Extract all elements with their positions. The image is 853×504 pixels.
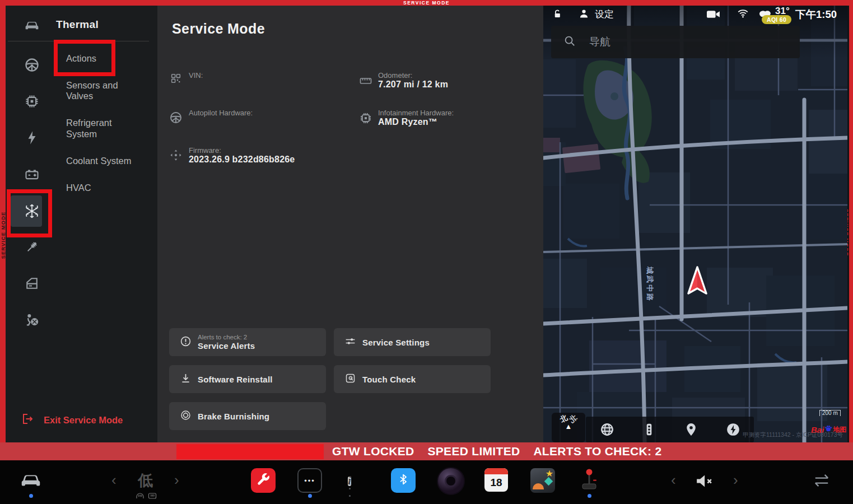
alert-bar-highlight-block <box>176 444 324 459</box>
chip-icon <box>24 94 40 109</box>
gtw-locked-label: GTW LOCKED <box>332 445 414 458</box>
infotainment-chip-icon <box>359 111 372 125</box>
search-placeholder: 导航 <box>589 35 610 49</box>
map-license-text: 甲测资字11111342 - 京ICP证030173号 <box>711 431 843 439</box>
wrench-icon <box>256 472 271 489</box>
arcade-theater-button[interactable]: ★ <box>530 468 555 493</box>
shock-absorber-icon <box>24 239 40 255</box>
bluetooth-button[interactable] <box>391 468 416 493</box>
odometer-icon <box>359 74 372 87</box>
chevron-left-icon[interactable]: ‹ <box>111 473 116 487</box>
calendar-day: 18 <box>484 474 508 491</box>
release-notes-button[interactable]: i <box>348 469 351 492</box>
unlocked-lock-icon[interactable] <box>552 9 563 20</box>
ellipsis-icon: ••• <box>304 477 315 485</box>
calendar-header <box>484 468 508 474</box>
thermal-menu: Actions Sensors and Valves Refrigerant S… <box>66 53 157 209</box>
range-low-label[interactable]: 低 <box>138 470 153 491</box>
car-icon <box>20 480 42 490</box>
brake-burnishing-label: Brake Burnishing <box>198 412 269 421</box>
autopilot-label: Autopilot Hardware: <box>189 109 253 117</box>
globe-icon[interactable] <box>600 422 614 437</box>
volume-chevron-left-icon[interactable]: ‹ <box>671 473 676 487</box>
volume-chevron-right-icon[interactable]: › <box>733 473 738 487</box>
touch-check-label: Touch Check <box>362 375 416 384</box>
service-mode-main: Service Mode VIN: Odometer: 7.207 mi / 1… <box>157 6 543 442</box>
search-icon <box>551 35 576 49</box>
sidebar-item-closures[interactable] <box>24 276 40 291</box>
compass-arrow-icon: ▲ <box>552 424 585 430</box>
exit-service-mode-button[interactable]: Exit Service Mode <box>20 412 123 428</box>
toybox-joystick-button[interactable] <box>578 466 600 494</box>
download-icon <box>169 372 192 386</box>
odometer-value: 7.207 mi / 12 km <box>378 80 448 90</box>
compass-button[interactable]: 北 北 ▲ <box>552 413 585 442</box>
map-canvas[interactable]: 城武中路 <box>543 6 847 442</box>
wifi-icon[interactable] <box>737 8 749 18</box>
vin-label: VIN: <box>189 71 203 80</box>
sidebar-item-vehicle[interactable] <box>24 17 40 33</box>
service-mode-banner-text: SERVICE MODE <box>403 0 450 6</box>
infotainment-value: AMD Ryzen™ <box>378 117 437 127</box>
lens-pupil <box>446 477 455 486</box>
battery-icon <box>24 166 40 182</box>
firmware-value: 2023.26.9 b232d86b826e <box>189 155 295 165</box>
airbag-icon <box>24 312 40 328</box>
exit-icon <box>20 412 34 428</box>
dock-car-button[interactable] <box>20 472 42 491</box>
menu-item-sensors-valves[interactable]: Sensors and Valves <box>66 80 157 101</box>
annotation-box-actions <box>54 40 115 76</box>
sidebar-item-airbag[interactable] <box>24 312 40 328</box>
sliders-icon <box>334 335 356 349</box>
alerts-to-check-label: ALERTS TO CHECK: 2 <box>533 445 661 458</box>
calendar-button[interactable]: 18 <box>484 468 508 492</box>
more-apps-button[interactable]: ••• <box>297 468 322 493</box>
car-active-dot <box>29 494 33 498</box>
muted-speaker-icon[interactable] <box>694 473 714 491</box>
sidebar-item-steering[interactable] <box>24 57 40 73</box>
nav-search-bar[interactable]: 导航 <box>551 26 800 58</box>
map-scale: 200 m <box>819 410 841 416</box>
software-reinstall-button[interactable]: Software Reinstall <box>169 365 326 393</box>
swap-panels-icon[interactable] <box>812 473 832 491</box>
software-reinstall-label: Software Reinstall <box>198 375 273 384</box>
vin-qr-icon <box>170 72 182 85</box>
traffic-light-icon[interactable] <box>642 422 656 437</box>
road-name-label: 城武中路 <box>646 266 654 302</box>
cabin-camera-icon[interactable] <box>707 10 721 19</box>
brake-burnishing-button[interactable]: Brake Burnishing <box>169 402 326 430</box>
service-app-button[interactable] <box>251 468 276 493</box>
service-settings-button[interactable]: Service Settings <box>334 328 491 356</box>
infotainment-label: Infotainment Hardware: <box>378 109 454 117</box>
steering-wheel-icon <box>24 57 40 73</box>
location-pin-icon[interactable] <box>684 422 698 437</box>
thermal-panel-title: Thermal <box>56 18 99 31</box>
exit-service-mode-label: Exit Service Mode <box>44 415 123 426</box>
front-defrost-icon <box>136 492 145 502</box>
menu-item-hvac[interactable]: HVAC <box>66 183 157 193</box>
settings-label[interactable]: 设定 <box>595 8 614 21</box>
sidebar-item-battery[interactable] <box>24 166 40 182</box>
annotation-box-thermal-icon <box>7 189 52 237</box>
touch-check-button[interactable]: Touch Check <box>334 365 491 393</box>
clock: 下午1:50 <box>795 7 837 21</box>
service-alerts-button[interactable]: Alerts to check: 2 Service Alerts <box>169 328 326 356</box>
chevron-right-icon[interactable]: › <box>174 473 179 487</box>
joystick-active-dot <box>588 494 591 498</box>
sidebar-item-computer[interactable] <box>24 94 40 109</box>
sidebar-item-suspension[interactable] <box>24 239 40 255</box>
firmware-label: Firmware: <box>189 146 221 155</box>
service-alerts-label: Service Alerts <box>198 341 255 351</box>
rear-defrost-icon <box>148 492 157 502</box>
app-dock: ‹ 低 › ••• i 18 ★ <box>0 460 853 504</box>
menu-item-refrigerant-system[interactable]: Refrigerant System <box>66 118 157 139</box>
alert-circle-icon <box>169 335 192 349</box>
driver-profile-icon[interactable] <box>578 8 590 20</box>
dashcam-lens-button[interactable] <box>437 467 465 495</box>
notes-icon: i <box>348 477 351 486</box>
service-mode-right-strip <box>849 6 853 442</box>
menu-item-coolant-system[interactable]: Coolant System <box>66 156 157 166</box>
odometer-label: Odometer: <box>378 71 412 80</box>
car-door-icon <box>24 276 40 291</box>
sidebar-item-high-voltage[interactable] <box>24 130 40 146</box>
